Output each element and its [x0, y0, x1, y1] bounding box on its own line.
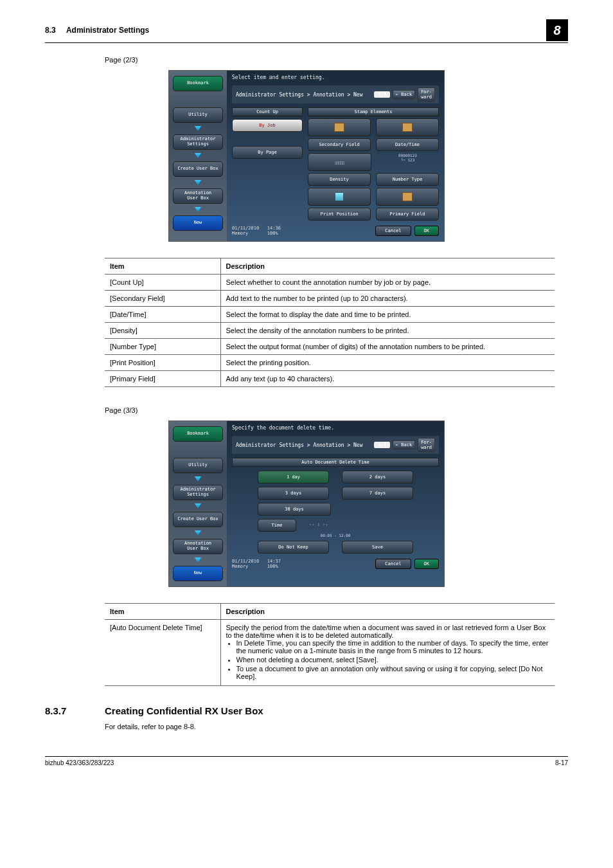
desc-bullet: When not deleting a document, select [Sa… [236, 656, 550, 664]
screenshot-annotation-3of3: Bookmark Utility Administrator Settings … [168, 420, 445, 587]
description-table-1: Item Description [Count Up]Select whethe… [105, 258, 555, 387]
refer-text: For details, refer to page 8-8. [105, 723, 568, 730]
annotation-userbox-button[interactable]: Annotation User Box [173, 188, 223, 204]
bookmark-button[interactable]: Bookmark [173, 76, 223, 91]
stamp-icon [402, 192, 413, 201]
page-3of3-label: Page (3/3) [105, 406, 568, 414]
countup-heading: Count Up [232, 107, 303, 116]
create-userbox-button[interactable]: Create User Box [173, 161, 223, 177]
annotation-userbox-button[interactable]: Annotation User Box [173, 539, 223, 554]
scr-footer: 01/11/2010 14:36 Memory 100% Cancel OK [232, 226, 439, 236]
header-left: 8.3 Administrator Settings [45, 26, 149, 35]
utility-button[interactable]: Utility [173, 107, 223, 123]
table-header-desc: Description [220, 604, 555, 620]
stamp-icon-2[interactable] [376, 118, 439, 136]
byjob-button[interactable]: By Job [232, 119, 303, 132]
time-value: -- : -- [296, 519, 413, 532]
header-title: Administrator Settings [66, 26, 149, 35]
table-row: [Density]Select the density of the annot… [105, 323, 555, 339]
scr-footer: 01/11/2010 14:37 Memory 100% Cancel OK [232, 559, 439, 569]
admin-settings-button[interactable]: Administrator Settings [173, 134, 223, 150]
chevron-down-icon [195, 476, 201, 482]
table-row: [Primary Field]Add any text (up to 40 ch… [105, 371, 555, 387]
table-header-desc: Description [220, 258, 555, 275]
scr-main: Specify the document delete time. Admini… [227, 421, 444, 586]
30days-button[interactable]: 30 days [258, 503, 331, 516]
breadcrumb: Administrator Settings > Annotation > Ne… [232, 436, 439, 454]
time-range: 00:05 - 12:00 [258, 533, 413, 538]
datetime-value: 00000123 └─ 123 [377, 153, 439, 171]
primaryfield-button[interactable]: Primary Field [376, 208, 439, 221]
stamp-icon [334, 123, 344, 132]
printposition-button[interactable]: Print Position [308, 208, 371, 221]
hint-text: Select item and enter setting. [232, 75, 439, 80]
create-userbox-button[interactable]: Create User Box [173, 512, 223, 527]
cancel-button[interactable]: Cancel [375, 226, 411, 236]
bypage-button[interactable]: By Page [232, 146, 303, 159]
chevron-down-icon [195, 153, 201, 158]
admin-settings-button[interactable]: Administrator Settings [173, 485, 223, 500]
ok-button[interactable]: OK [414, 559, 439, 569]
back-button[interactable]: ← Back [393, 90, 415, 99]
numbertype-preview [376, 188, 439, 206]
scr-sidebar: Bookmark Utility Administrator Settings … [169, 71, 227, 241]
page-indicator: 3/3 [374, 442, 390, 448]
page-footer: bizhub 423/363/283/223 8-17 [45, 756, 568, 766]
numbertype-button[interactable]: Number Type [376, 173, 439, 186]
scr-sidebar: Bookmark Utility Administrator Settings … [169, 421, 227, 586]
chevron-down-icon [195, 557, 201, 563]
subheading-row: 8.3.7 Creating Confidential RX User Box [45, 705, 568, 716]
ok-button[interactable]: OK [414, 226, 439, 236]
chapter-number-box: 8 [546, 19, 568, 41]
density-button[interactable]: Density [308, 173, 371, 186]
desc-intro: Specify the period from the date/time wh… [226, 624, 550, 639]
stamp-heading: Stamp Elements [308, 107, 439, 116]
table-cell-desc: Specify the period from the date/time wh… [220, 620, 555, 686]
hint-text: Specify the document delete time. [232, 425, 439, 431]
screenshot-annotation-2of3: Bookmark Utility Administrator Settings … [168, 70, 445, 242]
subheading-number: 8.3.7 [45, 705, 85, 716]
footer-model: bizhub 423/363/283/223 [45, 759, 114, 766]
timestamp: 01/11/2010 14:36 Memory 100% [232, 226, 281, 236]
table-row: [Count Up]Select whether to count the an… [105, 275, 555, 291]
7days-button[interactable]: 7 days [342, 487, 413, 500]
save-button[interactable]: Save [342, 541, 413, 554]
2days-button[interactable]: 2 days [342, 471, 413, 484]
utility-button[interactable]: Utility [173, 458, 223, 473]
1day-button[interactable]: 1 day [258, 471, 329, 484]
3days-button[interactable]: 3 days [258, 487, 329, 500]
desc-bullet: To use a document to give an annotation … [236, 665, 550, 680]
secondary-field-button[interactable]: Secondary Field [308, 138, 371, 151]
chevron-down-icon [195, 207, 201, 212]
scr-main: Select item and enter setting. Administr… [227, 71, 444, 241]
time-button[interactable]: Time [258, 519, 296, 532]
forward-button[interactable]: For- ward [418, 438, 435, 452]
new-button[interactable]: New [173, 215, 223, 231]
forward-button[interactable]: For- ward [418, 87, 435, 102]
table-row: [Print Position]Select the printing posi… [105, 355, 555, 371]
table-header-item: Item [105, 604, 220, 620]
stamp-icon-1[interactable] [308, 118, 371, 136]
footer-page: 8-17 [555, 759, 568, 766]
table-cell-item: [Auto Document Delete Time] [105, 620, 220, 686]
autodelete-heading: Auto Document Delete Time [232, 458, 439, 467]
new-button[interactable]: New [173, 566, 223, 581]
table-row: [Date/Time]Select the format to display … [105, 307, 555, 323]
timestamp: 01/11/2010 14:37 Memory 100% [232, 559, 281, 569]
subheading-title: Creating Confidential RX User Box [105, 705, 263, 716]
cancel-button[interactable]: Cancel [375, 559, 411, 569]
header-section-num: 8.3 [45, 26, 56, 35]
breadcrumb-text: Administrator Settings > Annotation > Ne… [236, 92, 371, 98]
table-row: [Number Type]Select the output format (n… [105, 339, 555, 355]
description-table-2: Item Description [Auto Document Delete T… [105, 603, 555, 686]
table-header-item: Item [105, 258, 220, 275]
bookmark-button[interactable]: Bookmark [173, 426, 223, 442]
back-button[interactable]: ← Back [393, 440, 415, 449]
chevron-down-icon [195, 126, 201, 131]
table-row: [Auto Document Delete Time] Specify the … [105, 620, 555, 686]
page-header: 8.3 Administrator Settings 8 [45, 19, 568, 43]
donotkeep-button[interactable]: Do Not Keep [258, 541, 329, 554]
datetime-button[interactable]: Date/Time [376, 138, 439, 151]
table-row: [Secondary Field]Add text to the number … [105, 291, 555, 307]
secondary-preview: ▯▯▯▯▯ [308, 153, 371, 171]
